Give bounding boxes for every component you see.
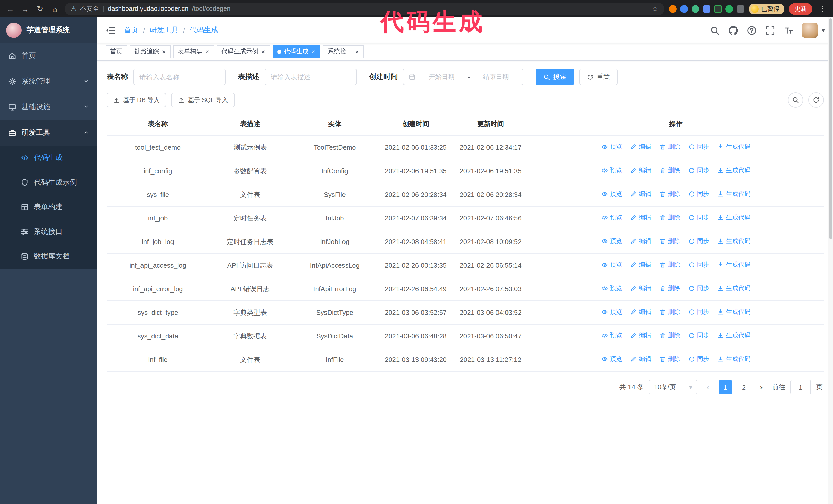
extension-icon[interactable] <box>680 5 688 13</box>
delete-link[interactable]: 删除 <box>659 283 680 294</box>
edit-link[interactable]: 编辑 <box>630 307 651 317</box>
generate-code-link[interactable]: 生成代码 <box>717 283 751 294</box>
delete-link[interactable]: 删除 <box>659 142 680 152</box>
sync-link[interactable]: 同步 <box>688 330 709 341</box>
sync-link[interactable]: 同步 <box>688 354 709 364</box>
table-desc-input[interactable] <box>264 69 357 85</box>
delete-link[interactable]: 删除 <box>659 330 680 341</box>
hamburger-icon[interactable] <box>105 25 116 35</box>
sidebar-item-form-builder[interactable]: 表单构建 <box>0 195 97 219</box>
sync-link[interactable]: 同步 <box>688 212 709 223</box>
preview-link[interactable]: 预览 <box>601 283 622 294</box>
edit-link[interactable]: 编辑 <box>630 330 651 341</box>
close-icon[interactable]: × <box>205 48 210 55</box>
paused-badge[interactable]: 已暂停 <box>749 3 784 14</box>
browser-forward-icon[interactable]: → <box>20 4 30 13</box>
preview-link[interactable]: 预览 <box>601 259 622 270</box>
sidebar-item-home[interactable]: 首页 <box>0 43 97 69</box>
sync-link[interactable]: 同步 <box>688 283 709 294</box>
delete-link[interactable]: 删除 <box>659 259 680 270</box>
extension-icon[interactable] <box>714 5 722 13</box>
fullscreen-icon[interactable] <box>766 25 775 35</box>
tab-codegen-example[interactable]: 代码生成示例 × <box>217 45 270 58</box>
help-icon[interactable] <box>747 25 757 35</box>
preview-link[interactable]: 预览 <box>601 354 622 364</box>
breadcrumb-home[interactable]: 首页 <box>124 26 138 35</box>
generate-code-link[interactable]: 生成代码 <box>717 354 751 364</box>
date-range-picker[interactable]: 开始日期 - 结束日期 <box>403 69 523 85</box>
generate-code-link[interactable]: 生成代码 <box>717 259 751 270</box>
sidebar-item-db-doc[interactable]: 数据库文档 <box>0 244 97 269</box>
search-icon[interactable] <box>710 25 720 35</box>
preview-link[interactable]: 预览 <box>601 212 622 223</box>
tab-codegen[interactable]: 代码生成 × <box>273 45 320 58</box>
close-icon[interactable]: × <box>261 48 265 55</box>
tab-home[interactable]: 首页 <box>105 45 127 58</box>
tab-form-builder[interactable]: 表单构建 × <box>173 45 214 58</box>
page-1-button[interactable]: 1 <box>719 380 732 394</box>
generate-code-link[interactable]: 生成代码 <box>717 212 751 223</box>
import-db-button[interactable]: 基于 DB 导入 <box>106 93 166 107</box>
browser-home-icon[interactable]: ⌂ <box>50 4 60 13</box>
extension-icon[interactable] <box>669 5 677 13</box>
generate-code-link[interactable]: 生成代码 <box>717 189 751 199</box>
sidebar-item-devtools[interactable]: 研发工具 <box>0 120 97 146</box>
delete-link[interactable]: 删除 <box>659 354 680 364</box>
edit-link[interactable]: 编辑 <box>630 165 651 176</box>
sidebar-item-system[interactable]: 系统管理 <box>0 69 97 94</box>
generate-code-link[interactable]: 生成代码 <box>717 307 751 317</box>
sidebar-item-codegen[interactable]: 代码生成 <box>0 146 97 170</box>
sync-link[interactable]: 同步 <box>688 236 709 247</box>
app-logo[interactable]: 芋道管理系统 <box>0 18 97 43</box>
search-button[interactable]: 搜索 <box>536 69 574 85</box>
delete-link[interactable]: 删除 <box>659 236 680 247</box>
edit-link[interactable]: 编辑 <box>630 259 651 270</box>
address-bar[interactable]: ⚠ 不安全 | dashboard.yudao.iocoder.cn /tool… <box>65 2 664 15</box>
browser-reload-icon[interactable]: ↻ <box>35 4 45 13</box>
page-scrollbar[interactable] <box>828 18 833 504</box>
preview-link[interactable]: 预览 <box>601 330 622 341</box>
sync-link[interactable]: 同步 <box>688 165 709 176</box>
prev-page-button[interactable]: ‹ <box>702 380 714 394</box>
breadcrumb-devtools[interactable]: 研发工具 <box>150 26 178 35</box>
browser-menu-icon[interactable]: ⋮ <box>817 4 828 13</box>
delete-link[interactable]: 删除 <box>659 189 680 199</box>
edit-link[interactable]: 编辑 <box>630 236 651 247</box>
edit-link[interactable]: 编辑 <box>630 283 651 294</box>
close-icon[interactable]: × <box>311 48 316 55</box>
toggle-search-button[interactable] <box>788 92 803 108</box>
edit-link[interactable]: 编辑 <box>630 354 651 364</box>
refresh-table-button[interactable] <box>808 92 824 108</box>
delete-link[interactable]: 删除 <box>659 165 680 176</box>
table-name-input[interactable] <box>133 69 225 85</box>
generate-code-link[interactable]: 生成代码 <box>717 330 751 341</box>
edit-link[interactable]: 编辑 <box>630 189 651 199</box>
delete-link[interactable]: 删除 <box>659 307 680 317</box>
edit-link[interactable]: 编辑 <box>630 212 651 223</box>
bookmark-star-icon[interactable]: ☆ <box>652 5 658 13</box>
user-avatar[interactable] <box>803 23 818 38</box>
import-sql-button[interactable]: 基于 SQL 导入 <box>171 93 235 107</box>
next-page-button[interactable]: › <box>756 380 767 394</box>
sync-link[interactable]: 同步 <box>688 142 709 152</box>
preview-link[interactable]: 预览 <box>601 142 622 152</box>
close-icon[interactable]: × <box>162 48 166 55</box>
reset-button[interactable]: 重置 <box>579 69 618 85</box>
github-icon[interactable] <box>729 25 738 35</box>
scrollbar-thumb[interactable] <box>829 19 832 239</box>
preview-link[interactable]: 预览 <box>601 307 622 317</box>
generate-code-link[interactable]: 生成代码 <box>717 236 751 247</box>
extension-icon[interactable] <box>691 5 699 13</box>
font-size-icon[interactable] <box>784 25 794 35</box>
update-button[interactable]: 更新 <box>789 3 812 15</box>
page-2-button[interactable]: 2 <box>737 380 751 394</box>
sync-link[interactable]: 同步 <box>688 259 709 270</box>
chevron-down-icon[interactable]: ▾ <box>822 27 825 33</box>
tab-api[interactable]: 系统接口 × <box>323 45 364 58</box>
extension-icon[interactable] <box>703 5 711 13</box>
sidebar-item-codegen-example[interactable]: 代码生成示例 <box>0 170 97 195</box>
sync-link[interactable]: 同步 <box>688 189 709 199</box>
puzzle-extension-icon[interactable] <box>737 5 744 13</box>
generate-code-link[interactable]: 生成代码 <box>717 165 751 176</box>
browser-back-icon[interactable]: ← <box>5 4 15 13</box>
